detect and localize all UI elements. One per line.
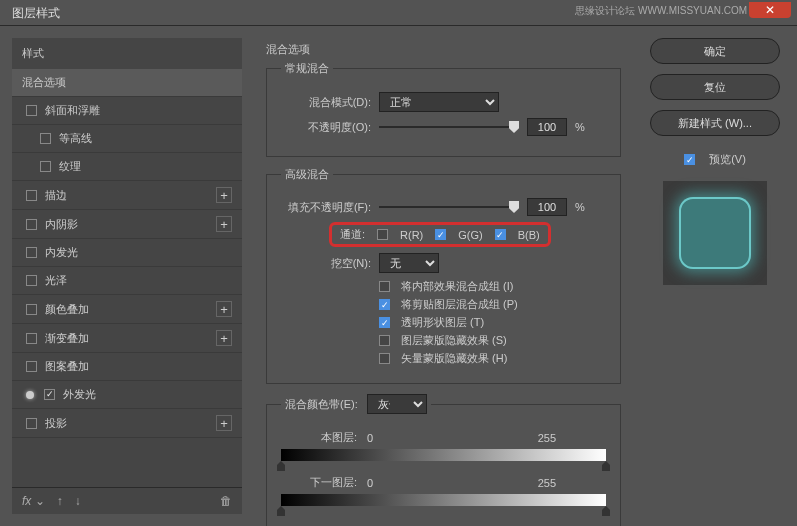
checkbox-icon[interactable] (26, 333, 37, 344)
sidebar-item-contour[interactable]: 等高线 (12, 125, 242, 153)
blend-if-group: 混合颜色带(E): 灰色 本图层: 0 255 下一图层: 0 255 (266, 394, 621, 526)
blend-interior-checkbox[interactable] (379, 281, 390, 292)
preview-swatch (663, 181, 767, 285)
sidebar-item-drop-shadow[interactable]: 投影+ (12, 409, 242, 438)
sidebar-header: 样式 (12, 38, 242, 69)
normal-blend-legend: 常规混合 (281, 61, 333, 76)
checkbox-icon[interactable] (44, 389, 55, 400)
sidebar-item-pattern-overlay[interactable]: 图案叠加 (12, 353, 242, 381)
fill-opacity-label: 填充不透明度(F): (281, 200, 371, 215)
sidebar-item-color-overlay[interactable]: 颜色叠加+ (12, 295, 242, 324)
checkbox-icon[interactable] (26, 304, 37, 315)
channel-b-checkbox[interactable] (495, 229, 506, 240)
ok-button[interactable]: 确定 (650, 38, 780, 64)
options-panel: 混合选项 常规混合 混合模式(D): 正常 不透明度(O): % 高级混合 填充… (254, 38, 633, 514)
underlying-layer-label: 下一图层: (281, 475, 357, 490)
percent-label: % (575, 121, 585, 133)
preview-toggle[interactable]: 预览(V) (684, 152, 746, 167)
sidebar-item-stroke[interactable]: 描边+ (12, 181, 242, 210)
new-style-button[interactable]: 新建样式 (W)... (650, 110, 780, 136)
checkbox-icon[interactable] (40, 133, 51, 144)
sidebar-item-satin[interactable]: 光泽 (12, 267, 242, 295)
sidebar-item-texture[interactable]: 纹理 (12, 153, 242, 181)
blend-mode-select[interactable]: 正常 (379, 92, 499, 112)
advanced-blend-legend: 高级混合 (281, 167, 333, 182)
preview-checkbox-icon[interactable] (684, 154, 695, 165)
watermark-text: 思缘设计论坛 WWW.MISSYUAN.COM (575, 4, 747, 18)
sidebar-item-bevel[interactable]: 斜面和浮雕 (12, 97, 242, 125)
trash-icon[interactable]: 🗑 (220, 494, 232, 508)
sidebar-item-outer-glow[interactable]: 外发光 (12, 381, 242, 409)
blend-mode-label: 混合模式(D): (281, 95, 371, 110)
opacity-label: 不透明度(O): (281, 120, 371, 135)
transparency-shapes-checkbox[interactable] (379, 317, 390, 328)
this-layer-gradient[interactable] (281, 449, 606, 461)
underlying-gradient[interactable] (281, 494, 606, 506)
checkbox-icon[interactable] (26, 418, 37, 429)
sidebar-item-inner-shadow[interactable]: 内阴影+ (12, 210, 242, 239)
sidebar-item-blending-options[interactable]: 混合选项 (12, 69, 242, 97)
checkbox-icon[interactable] (40, 161, 51, 172)
sidebar-item-gradient-overlay[interactable]: 渐变叠加+ (12, 324, 242, 353)
percent-label: % (575, 201, 585, 213)
plus-icon[interactable]: + (216, 301, 232, 317)
plus-icon[interactable]: + (216, 415, 232, 431)
channel-g-checkbox[interactable] (435, 229, 446, 240)
blend-clipped-checkbox[interactable] (379, 299, 390, 310)
normal-blend-group: 常规混合 混合模式(D): 正常 不透明度(O): % (266, 61, 621, 157)
advanced-blend-group: 高级混合 填充不透明度(F): % 通道: R(R) G(G) B(B) 挖空(… (266, 167, 621, 384)
plus-icon[interactable]: + (216, 330, 232, 346)
checkbox-icon[interactable] (26, 275, 37, 286)
preview-shape (679, 197, 751, 269)
cancel-button[interactable]: 复位 (650, 74, 780, 100)
blend-if-select[interactable]: 灰色 (367, 394, 427, 414)
active-dot-icon (26, 391, 34, 399)
fill-opacity-input[interactable] (527, 198, 567, 216)
channels-label: 通道: (340, 227, 365, 242)
opacity-slider[interactable] (379, 126, 519, 128)
checkbox-icon[interactable] (26, 219, 37, 230)
right-panel: 确定 复位 新建样式 (W)... 预览(V) (645, 38, 785, 514)
layer-mask-hides-checkbox[interactable] (379, 335, 390, 346)
knockout-select[interactable]: 无 (379, 253, 439, 273)
close-button[interactable]: ✕ (749, 2, 791, 18)
sidebar-footer: fx ⌄ ↑ ↓ 🗑 (12, 487, 242, 514)
this-layer-label: 本图层: (281, 430, 357, 445)
arrow-up-icon[interactable]: ↑ (57, 494, 63, 508)
channels-highlight: 通道: R(R) G(G) B(B) (329, 222, 551, 247)
fx-menu-icon[interactable]: fx ⌄ (22, 494, 45, 508)
arrow-down-icon[interactable]: ↓ (75, 494, 81, 508)
opacity-input[interactable] (527, 118, 567, 136)
styles-sidebar: 样式 混合选项 斜面和浮雕 等高线 纹理 描边+ 内阴影+ 内发光 光泽 颜色叠… (12, 38, 242, 514)
knockout-label: 挖空(N): (281, 256, 371, 271)
panel-title: 混合选项 (266, 42, 621, 57)
checkbox-icon[interactable] (26, 247, 37, 258)
checkbox-icon[interactable] (26, 105, 37, 116)
vector-mask-hides-checkbox[interactable] (379, 353, 390, 364)
blend-if-legend: 混合颜色带(E): 灰色 (281, 394, 431, 414)
checkbox-icon[interactable] (26, 361, 37, 372)
plus-icon[interactable]: + (216, 216, 232, 232)
checkbox-icon[interactable] (26, 190, 37, 201)
plus-icon[interactable]: + (216, 187, 232, 203)
channel-r-checkbox[interactable] (377, 229, 388, 240)
fill-opacity-slider[interactable] (379, 206, 519, 208)
sidebar-item-inner-glow[interactable]: 内发光 (12, 239, 242, 267)
